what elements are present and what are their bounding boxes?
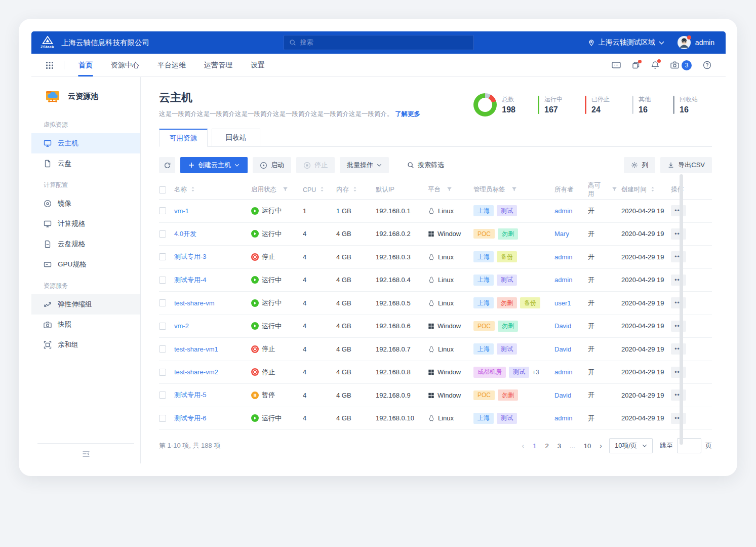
row-checkbox[interactable] bbox=[159, 207, 166, 214]
row-checkbox[interactable] bbox=[159, 369, 166, 376]
sidebar-item-弹性伸缩组[interactable]: 弹性伸缩组 bbox=[31, 294, 140, 315]
sidebar-item-云盘规格[interactable]: 云盘规格 bbox=[31, 234, 140, 254]
apps-grid-icon[interactable] bbox=[46, 61, 54, 69]
table-row[interactable]: 4.0开发运行中44 GB192.168.0.2WindowPOC勿删Mary开… bbox=[159, 223, 712, 246]
columns-button[interactable]: 列 bbox=[624, 157, 655, 173]
tasks-icon[interactable] bbox=[632, 61, 640, 69]
prev-page-arrow[interactable]: ‹ bbox=[522, 442, 525, 450]
sidebar-item-云主机[interactable]: 云主机 bbox=[31, 133, 140, 153]
nav-tab-3[interactable]: 平台运维 bbox=[157, 54, 186, 76]
table-row[interactable]: test-share-vm运行中44 GB192.168.0.5Linux上海勿… bbox=[159, 292, 712, 315]
owner-link[interactable]: admin bbox=[554, 207, 572, 215]
select-all-checkbox[interactable] bbox=[159, 186, 166, 193]
nav-tab-1[interactable]: 首页 bbox=[78, 54, 93, 76]
tab-回收站[interactable]: 回收站 bbox=[212, 129, 260, 147]
collapse-sidebar-icon[interactable] bbox=[82, 450, 90, 457]
table-row[interactable]: 测试专用-3停止44 GB192.168.0.3Linux上海备份admin开2… bbox=[159, 246, 712, 269]
snapshot-camera-icon[interactable] bbox=[670, 61, 679, 69]
page-number-3[interactable]: 3 bbox=[558, 442, 561, 450]
start-button[interactable]: 启动 bbox=[253, 157, 291, 173]
row-checkbox[interactable] bbox=[159, 277, 166, 284]
snapshot-count-badge[interactable]: 3 bbox=[682, 60, 692, 70]
page-size-select[interactable]: 10项/页 bbox=[609, 438, 653, 453]
more-actions-button[interactable]: ••• bbox=[671, 413, 686, 424]
export-csv-button[interactable]: 导出CSV bbox=[660, 157, 712, 173]
more-actions-button[interactable]: ••• bbox=[671, 321, 686, 332]
filter-icon[interactable] bbox=[283, 186, 288, 193]
owner-link[interactable]: user1 bbox=[554, 299, 571, 307]
search-filter-button[interactable]: 搜索筛选 bbox=[400, 157, 451, 173]
bell-icon[interactable] bbox=[651, 61, 659, 69]
filter-icon[interactable] bbox=[447, 186, 452, 193]
row-checkbox[interactable] bbox=[159, 253, 166, 260]
vm-name-link[interactable]: vm-2 bbox=[174, 322, 189, 330]
refresh-button[interactable] bbox=[159, 157, 175, 173]
table-row[interactable]: vm-1运行中11 GB192.168.0.1Linux上海测试admin开20… bbox=[159, 200, 712, 223]
table-row[interactable]: test-share-vm2停止44 GB192.168.0.8Window成都… bbox=[159, 361, 712, 384]
vm-name-link[interactable]: 测试专用-3 bbox=[174, 252, 207, 261]
vm-name-link[interactable]: test-share-vm2 bbox=[174, 368, 218, 376]
user-menu[interactable]: admin bbox=[678, 36, 714, 49]
sidebar-item-GPU规格[interactable]: GPU规格 bbox=[31, 254, 140, 275]
create-vm-button[interactable]: 创建云主机 bbox=[180, 157, 248, 173]
vm-name-link[interactable]: 4.0开发 bbox=[174, 229, 196, 239]
vm-name-link[interactable]: 测试专用-4 bbox=[174, 276, 207, 285]
owner-link[interactable]: admin bbox=[554, 276, 572, 284]
sort-icon[interactable] bbox=[353, 186, 357, 194]
owner-link[interactable]: admin bbox=[554, 414, 572, 422]
more-actions-button[interactable]: ••• bbox=[671, 367, 686, 378]
vm-name-link[interactable]: test-share-vm bbox=[174, 299, 214, 307]
vm-name-link[interactable]: vm-1 bbox=[174, 207, 189, 215]
help-icon[interactable] bbox=[703, 61, 711, 69]
sort-icon[interactable] bbox=[651, 186, 655, 194]
owner-link[interactable]: David bbox=[554, 322, 571, 330]
nav-tab-2[interactable]: 资源中心 bbox=[111, 54, 139, 76]
table-row[interactable]: 测试专用-5暂停44 GB192.168.0.9WindowPOC勿删David… bbox=[159, 384, 712, 407]
row-checkbox[interactable] bbox=[159, 323, 166, 330]
nav-tab-4[interactable]: 运营管理 bbox=[204, 54, 232, 76]
tab-可用资源[interactable]: 可用资源 bbox=[159, 129, 208, 147]
more-actions-button[interactable]: ••• bbox=[671, 297, 686, 308]
next-page-arrow[interactable]: › bbox=[600, 442, 602, 450]
vertical-scrollbar[interactable] bbox=[680, 174, 683, 445]
stop-button[interactable]: 停止 bbox=[296, 157, 335, 173]
table-row[interactable]: 测试专用-4运行中44 GB192.168.0.4Linux上海测试admin开… bbox=[159, 269, 712, 292]
region-selector[interactable]: 上海云轴测试区域 bbox=[588, 38, 664, 47]
owner-link[interactable]: David bbox=[554, 392, 571, 399]
console-icon[interactable] bbox=[612, 61, 621, 69]
page-number-2[interactable]: 2 bbox=[545, 442, 548, 450]
sidebar-item-计算规格[interactable]: 计算规格 bbox=[31, 214, 140, 234]
more-actions-button[interactable]: ••• bbox=[671, 228, 686, 240]
sort-icon[interactable] bbox=[320, 186, 324, 194]
more-actions-button[interactable]: ••• bbox=[671, 251, 686, 262]
owner-link[interactable]: admin bbox=[554, 253, 572, 261]
sidebar-item-镜像[interactable]: 镜像 bbox=[31, 193, 140, 214]
batch-actions-button[interactable]: 批量操作 bbox=[340, 157, 389, 173]
owner-link[interactable]: David bbox=[554, 345, 571, 353]
vm-name-link[interactable]: 测试专用-6 bbox=[174, 414, 207, 423]
global-search-input[interactable]: 搜索 bbox=[284, 35, 474, 50]
table-row[interactable]: 测试专用-6运行中44 GB192.168.0.10Linux上海测试admin… bbox=[159, 407, 712, 431]
sidebar-item-快照[interactable]: 快照 bbox=[31, 315, 140, 335]
owner-link[interactable]: admin bbox=[554, 368, 572, 376]
more-actions-button[interactable]: ••• bbox=[671, 343, 686, 355]
sidebar-item-亲和组[interactable]: 亲和组 bbox=[31, 335, 140, 355]
owner-link[interactable]: Mary bbox=[554, 230, 569, 238]
filter-icon[interactable] bbox=[511, 186, 517, 193]
row-checkbox[interactable] bbox=[159, 299, 166, 306]
row-checkbox[interactable] bbox=[159, 415, 166, 422]
page-number-1[interactable]: 1 bbox=[533, 442, 536, 450]
more-actions-button[interactable]: ••• bbox=[671, 275, 686, 286]
more-actions-button[interactable]: ••• bbox=[671, 389, 686, 401]
row-checkbox[interactable] bbox=[159, 345, 166, 353]
sidebar-item-云盘[interactable]: 云盘 bbox=[31, 153, 140, 174]
sort-icon[interactable] bbox=[191, 186, 195, 194]
vm-name-link[interactable]: test-share-vm1 bbox=[174, 345, 218, 353]
more-actions-button[interactable]: ••• bbox=[671, 205, 686, 216]
filter-icon[interactable] bbox=[612, 186, 617, 193]
row-checkbox[interactable] bbox=[159, 230, 166, 238]
vm-name-link[interactable]: 测试专用-5 bbox=[174, 390, 207, 400]
table-row[interactable]: test-share-vm1停止44 GB192.168.0.7Linux上海测… bbox=[159, 338, 712, 361]
row-checkbox[interactable] bbox=[159, 392, 166, 399]
nav-tab-5[interactable]: 设置 bbox=[251, 54, 265, 76]
